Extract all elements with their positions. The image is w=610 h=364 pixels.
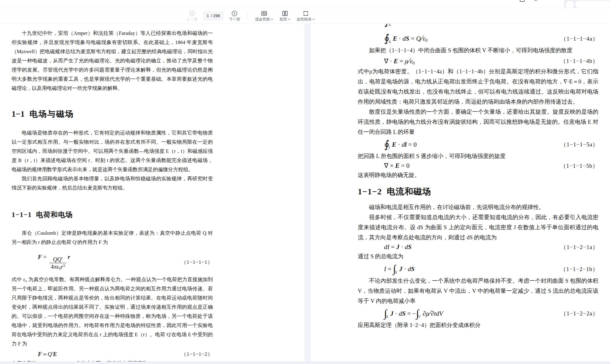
chevron-down-icon xyxy=(271,18,273,20)
formula-row-circulation: ∮l E · dl = 0 （1−1−1−5a） xyxy=(358,139,598,150)
paragraph-coulomb-intro: 库仑（Coulomb）定律是静电现象的基本实验定律，表述为：真空中静止点电荷 Q… xyxy=(12,229,213,247)
paragraph-total-current: 通过 S 的总电流为 xyxy=(358,252,598,262)
pdf-reader-window: 上一页 1 / 298 下一页 适合页面 xyxy=(0,0,610,364)
continuous-reading-label: 连页阅读 xyxy=(297,17,311,21)
paragraph-field-viewpoints: 式中 ε₀ 为真空介电常数。有两种观点解释库仑力。一种观点认为一个电荷把力直接施… xyxy=(12,275,213,348)
section-heading-1-1-2: 1−1−2 电流和磁场 xyxy=(358,186,598,197)
chevron-down-icon xyxy=(288,18,290,20)
document-view[interactable]: 十九世纪中叶，安培（Amper）和法拉第（Faraday）等人已经探索出电场和磁… xyxy=(0,24,610,362)
two-page-icon xyxy=(282,10,288,17)
prev-page-button[interactable]: 上一页 xyxy=(187,10,198,21)
titlebar-corner-circle xyxy=(566,1,574,8)
circle-chevron-left-icon xyxy=(189,10,195,17)
formula-force-on-charge: F＝Q′E xyxy=(12,350,57,358)
titlebar xyxy=(0,0,610,8)
toolbar-divider xyxy=(247,12,248,20)
circle-chevron-right-icon xyxy=(231,10,238,17)
formula-row-gauss-differential: ∇ · E = ρ∕ε0 （1−1−1−4b） xyxy=(358,56,598,66)
paragraph-irrotational: 这表明静电场的确无旋。 xyxy=(358,170,598,180)
formula-label: （1−1−1−5a） xyxy=(560,141,598,148)
formula-row-curl: ∇ × E = 0 （1−1−1−5b） xyxy=(358,162,598,170)
page-current: 1 xyxy=(207,13,209,18)
formula-current-element: dI = J · dS xyxy=(358,243,412,251)
titlebar-partial-book-icon[interactable] xyxy=(520,0,525,2)
paragraph-current-intro: 磁场和电流是相互作用的，在讨论磁场前，先说明电流分布的规律性。 xyxy=(358,202,598,212)
fit-page-label: 适合页面 xyxy=(255,17,270,21)
formula-label: （1−1−1−1） xyxy=(181,259,213,266)
paragraph-field-form: 电磁场是物质存在的一种形式，它有特定的运动规律和物质属性，它和其它带电物质以一定… xyxy=(12,128,213,174)
paragraph-shrink-surface: 如果把（1−1−1−4）中闭合曲面 S 包围的体积 V 不断缩小，可得到电场强度… xyxy=(358,46,598,56)
page-total: / 298 xyxy=(211,13,220,18)
next-page-label: 下一页 xyxy=(229,17,240,21)
paragraph-review-plan: 我们首先回顾电磁场的基本物理量，以及静电场和恒稳磁场的实验规律，再研究时变情况下… xyxy=(12,174,213,193)
heading-text: 电场与磁场 xyxy=(29,109,74,119)
formula-continuity: ∫S J · dS = −∫V ∂ρ∕∂tdV xyxy=(358,308,443,319)
heading-text: 电流和磁场 xyxy=(387,186,431,197)
section-heading-1-1: 1−1 电场与磁场 xyxy=(12,109,213,119)
window-bottom-strip xyxy=(0,362,610,364)
formula-label: （1−1−1−5b） xyxy=(560,162,598,170)
paragraph-apply-gauss: 应用高斯定理（附录 I−2−4）把面积分变成体积分 xyxy=(358,320,598,330)
chevron-down-icon xyxy=(312,18,315,20)
formula-label: （1−1−2−1b） xyxy=(560,265,598,273)
heading-text: 电荷和电场 xyxy=(36,210,73,219)
paragraph-shrink-loop: 把回路 L 所包围的面积 S 逐步缩小，可得到电场强度的旋度 xyxy=(358,151,598,161)
continuous-pages-icon xyxy=(303,10,309,17)
paragraph-current-density: 很多时候，不仅需要知道总电流的大小，还需要知道电流的分布，因此，有必要引入电流密… xyxy=(358,212,598,243)
heading-number: 1−1−2 xyxy=(358,186,382,197)
formula-gauss-differential: ∇ · E = ρ∕ε0 xyxy=(358,56,415,66)
page-left: 十九世纪中叶，安培（Amper）和法拉第（Faraday）等人已经探索出电场和磁… xyxy=(12,24,213,362)
prev-page-label: 上一页 xyxy=(187,17,198,21)
page-gap xyxy=(305,24,311,362)
paragraph-intro: 十九世纪中叶，安培（Amper）和法拉第（Faraday）等人已经探索出电场和磁… xyxy=(12,29,213,93)
section-heading-1-1-1: 1−1−1 电荷和电场 xyxy=(12,210,213,219)
clipped-integral-symbol: ∮S xyxy=(384,24,391,27)
formula-label: （1−1−1−4a） xyxy=(560,35,598,42)
paragraph-divergence-curl: 散度仅是矢量场性质的一个方面，要确定一个矢量场，还要给出其旋度。旋度反映的是场的… xyxy=(358,107,598,137)
formula-row-continuity: ∫S J · dS = −∫V ∂ρ∕∂tdV （1−1−2−2a） xyxy=(358,308,598,319)
formula-gauss-integral: ∮S E · dS = Q∕ε0 xyxy=(358,33,427,44)
formula-row-coulomb: F = QQ′4πε0r3r （1−1−1−1） xyxy=(12,254,213,271)
formula-circulation: ∮l E · dl = 0 xyxy=(358,139,417,150)
two-page-label: 双页 xyxy=(279,17,287,21)
next-page-button[interactable]: 下一页 xyxy=(229,10,240,21)
two-page-view-button[interactable]: 双页 xyxy=(279,10,290,21)
floating-widget-pill[interactable] xyxy=(575,1,610,8)
paragraph-field-of-point-charge: 由库仑定律（1−1−1−1），一个静止电荷 Q 激发的电场强度为 xyxy=(12,359,213,362)
formula-row-total-current: I = ∫S J · dS （1−1−2−1b） xyxy=(358,263,598,275)
page-number-input[interactable]: 1 / 298 xyxy=(203,11,224,20)
paragraph-charge-density: 式中ρ为电荷体密度。（1−1−1−4a）和（1−1−1−4b）分别是高斯定理的积… xyxy=(358,67,598,107)
formula-row-gauss-integral: ∮S E · dS = Q∕ε0 （1−1−1−4a） xyxy=(358,33,598,44)
titlebar-partial-account-icon[interactable] xyxy=(534,0,538,1)
formula-total-current: I = ∫S J · dS xyxy=(358,263,415,275)
formula-label: （1−1−1−4b） xyxy=(560,57,598,65)
fit-page-icon xyxy=(261,10,267,17)
formula-partial-clipped: ∮S xyxy=(358,24,598,31)
formula-label: （1−1−2−2a） xyxy=(560,310,598,317)
page-right: ∮S ∮S E · dS = Q∕ε0 （1−1−1−4a） 如果把（1−1−1… xyxy=(358,24,598,362)
formula-label: （1−1−2−1a） xyxy=(560,243,598,251)
heading-number: 1−1 xyxy=(12,109,24,119)
formula-curl-zero: ∇ × E = 0 xyxy=(358,162,409,170)
paragraph-charge-conservation: 不论内部发生什么变化，一个系统中总电荷严格保持不变。考虑一个封闭曲面 S 包围的… xyxy=(358,276,598,306)
continuous-reading-button[interactable]: 连页阅读 xyxy=(297,10,315,21)
formula-coulomb-law: F = QQ′4πε0r3r xyxy=(12,254,70,271)
formula-row-force: F＝Q′E （1−1−1−2） xyxy=(12,350,213,358)
heading-number: 1−1−1 xyxy=(12,210,32,219)
formula-row-current-element: dI = J · dS （1−1−2−1a） xyxy=(358,243,598,251)
formula-label: （1−1−1−2） xyxy=(181,351,213,358)
reader-toolbar: 上一页 1 / 298 下一页 适合页面 xyxy=(0,8,610,24)
fit-page-button[interactable]: 适合页面 xyxy=(255,10,273,21)
